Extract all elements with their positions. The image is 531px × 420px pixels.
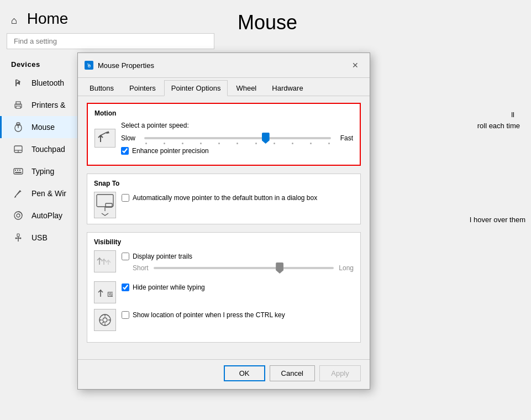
svg-rect-0 xyxy=(15,80,17,86)
svg-rect-12 xyxy=(17,170,18,171)
trails-label: Display pointer trails xyxy=(133,253,192,260)
keyboard-icon xyxy=(13,166,24,177)
svg-point-27 xyxy=(103,318,107,322)
svg-rect-11 xyxy=(15,170,16,171)
snap-to-checkbox[interactable] xyxy=(122,194,129,202)
trail-slider-thumb[interactable] xyxy=(276,262,283,274)
printers-label: Printers & xyxy=(31,101,65,109)
usb-label: USB xyxy=(31,233,48,242)
tab-pointer-options[interactable]: Pointer Options xyxy=(164,80,228,96)
long-label: Long xyxy=(338,264,354,272)
scroll-hint-2: roll each time xyxy=(477,122,520,130)
speed-slider-thumb[interactable] xyxy=(262,133,270,144)
touchpad-label: Touchpad xyxy=(31,145,65,154)
fast-label: Fast xyxy=(338,134,353,142)
pen-icon xyxy=(13,188,24,199)
enhance-checkbox[interactable] xyxy=(121,147,129,155)
speed-label: Select a pointer speed: xyxy=(121,122,353,129)
svg-rect-23 xyxy=(97,195,113,207)
dot xyxy=(164,143,165,144)
ctrl-icon xyxy=(94,309,116,331)
svg-rect-3 xyxy=(16,106,20,108)
motion-label: Motion xyxy=(94,109,353,117)
hide-checkbox-row: Hide pointer while typing xyxy=(122,284,205,291)
dot xyxy=(218,143,220,144)
show-ctrl-label: Show location of pointer when I press th… xyxy=(133,311,285,319)
hide-icon: ⌨ xyxy=(94,281,116,303)
motion-content: Select a pointer speed: Slow xyxy=(121,122,353,155)
dot xyxy=(236,143,238,144)
bluetooth-icon xyxy=(13,77,24,88)
tab-buttons[interactable]: Buttons xyxy=(82,80,121,96)
tab-hardware[interactable]: Hardware xyxy=(265,80,310,96)
usb-icon xyxy=(13,232,24,243)
svg-rect-14 xyxy=(15,172,22,173)
slow-label: Slow xyxy=(121,134,138,142)
dot xyxy=(292,143,293,144)
dot xyxy=(145,143,147,144)
page-title: Mouse xyxy=(238,11,514,34)
trails-checkbox-row: Display pointer trails xyxy=(122,253,354,260)
dot xyxy=(328,143,330,144)
snap-checkbox-row: Automatically move pointer to the defaul… xyxy=(122,194,317,202)
mouse-icon xyxy=(13,122,24,133)
mouse-label: Mouse xyxy=(31,123,55,132)
hide-pointer-label: Hide pointer while typing xyxy=(133,284,205,291)
trails-row: Display pointer trails Short Long xyxy=(94,250,354,276)
svg-point-16 xyxy=(17,214,20,217)
scroll-hint-1: ll xyxy=(511,111,514,119)
snap-to-label: Snap To xyxy=(94,180,354,187)
autoplay-icon xyxy=(13,210,24,221)
apply-button[interactable]: Apply xyxy=(319,365,361,381)
speed-slider-track xyxy=(144,137,331,139)
sidebar-home[interactable]: ⌂ Home xyxy=(0,0,221,33)
mouse-properties-dialog: 🖱 Mouse Properties ✕ Buttons Pointers Po… xyxy=(77,53,370,390)
svg-point-20 xyxy=(15,238,17,239)
svg-text:⌨: ⌨ xyxy=(107,291,113,298)
dot xyxy=(200,143,202,144)
printer-icon xyxy=(13,99,24,111)
show-ctrl-checkbox[interactable] xyxy=(122,311,129,319)
dialog-buttons: OK Cancel Apply xyxy=(78,359,370,389)
typing-label: Typing xyxy=(31,167,54,176)
motion-icon xyxy=(94,129,115,148)
short-label: Short xyxy=(133,264,149,272)
trails-icon xyxy=(94,250,116,272)
sidebar-search-container xyxy=(7,33,214,49)
ctrl-checkbox-row: Show location of pointer when I press th… xyxy=(122,311,285,319)
svg-rect-17 xyxy=(17,234,19,237)
dot xyxy=(274,143,275,144)
dialog-titlebar: 🖱 Mouse Properties ✕ xyxy=(78,53,370,78)
dot xyxy=(310,143,312,144)
dot xyxy=(255,143,257,144)
trails-checkbox[interactable] xyxy=(122,253,129,260)
tab-wheel[interactable]: Wheel xyxy=(229,80,264,96)
snap-to-section: Snap To Automatically move pointer to th… xyxy=(87,174,361,224)
enhance-precision-row: Enhance pointer precision xyxy=(121,147,353,155)
trails-content: Display pointer trails Short Long xyxy=(122,250,354,276)
hide-pointer-checkbox[interactable] xyxy=(122,284,129,291)
ok-button[interactable]: OK xyxy=(224,365,265,381)
bluetooth-label: Bluetooth xyxy=(31,78,64,87)
snap-to-checkbox-label: Automatically move pointer to the defaul… xyxy=(133,194,317,202)
snap-content: Automatically move pointer to the defaul… xyxy=(122,192,317,202)
show-ctrl-row: Show location of pointer when I press th… xyxy=(94,309,354,331)
dialog-icon: 🖱 xyxy=(85,61,93,70)
search-input[interactable] xyxy=(7,33,214,49)
dialog-tabs: Buttons Pointers Pointer Options Wheel H… xyxy=(78,78,370,96)
visibility-section: Visibility Display pointer trails xyxy=(87,232,361,343)
close-button[interactable]: ✕ xyxy=(348,57,363,73)
hover-hint: I hover over them xyxy=(470,216,525,224)
motion-row: Select a pointer speed: Slow xyxy=(94,122,353,155)
dialog-title: Mouse Properties xyxy=(98,61,343,70)
speed-slider-row: Slow xyxy=(121,132,353,145)
trail-slider-row: Short Long xyxy=(122,262,354,274)
snap-to-row: Automatically move pointer to the defaul… xyxy=(94,192,354,218)
autoplay-label: AutoPlay xyxy=(31,211,62,220)
svg-rect-10 xyxy=(14,169,23,174)
touchpad-icon xyxy=(13,144,24,155)
tab-pointers[interactable]: Pointers xyxy=(122,80,163,96)
dot xyxy=(182,143,183,144)
cancel-button[interactable]: Cancel xyxy=(270,365,315,381)
enhance-label: Enhance pointer precision xyxy=(132,147,209,155)
